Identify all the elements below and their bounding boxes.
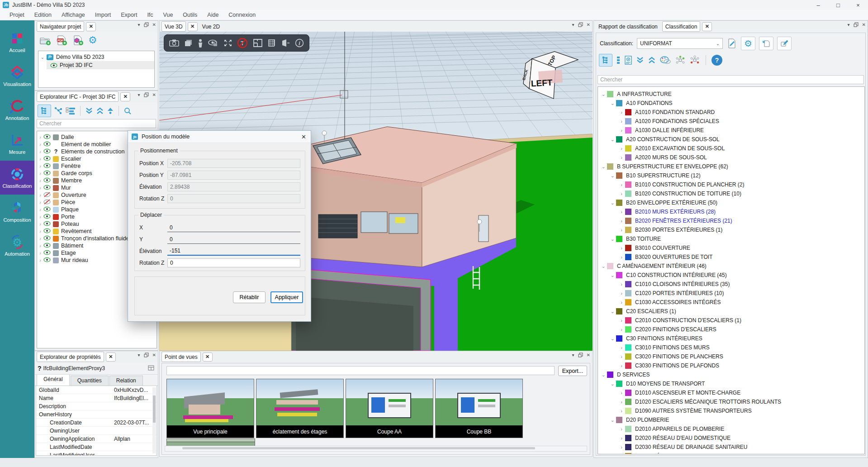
hide-text-icon[interactable]: T	[237, 38, 248, 48]
panel-float-icon[interactable]	[854, 22, 859, 27]
classification-tree-item[interactable]: ⌄C AMÉNAGEMENT INTÉRIEUR (46)	[598, 262, 864, 271]
classification-tree-item[interactable]: ⌄B30 TOITURE	[598, 234, 864, 243]
collapse-all-icon[interactable]	[85, 107, 93, 115]
tab-point-de-vues[interactable]: Point de vues	[161, 352, 201, 362]
chevron-right-icon[interactable]: ›	[618, 155, 625, 160]
tab-explorateur-ifc[interactable]: Explorateur IFC - Projet 3D IFC	[37, 91, 119, 102]
classification-tree-item[interactable]: ›B3020 OUVERTURES DE TOIT	[598, 253, 864, 262]
section-box-icon[interactable]	[267, 38, 276, 48]
panel-float-icon[interactable]	[144, 92, 149, 97]
panel-close-icon[interactable]: ✕	[152, 22, 156, 27]
tab-vue-3d[interactable]: Vue 3D	[161, 21, 186, 32]
eye-hidden-icon[interactable]	[43, 199, 53, 206]
eye-icon[interactable]	[43, 206, 53, 213]
panel-menu-icon[interactable]: ▾	[138, 92, 140, 97]
chevron-right-icon[interactable]: ›	[37, 243, 43, 248]
classification-tree-item[interactable]: ⌄B SUPERSTRUCTURE ET ENVELOPPE (62)	[598, 162, 864, 171]
property-row[interactable]: OwningUser	[36, 427, 157, 435]
chevron-right-icon[interactable]: ›	[618, 191, 625, 196]
classification-tree-item[interactable]: ⌄C20 ESCALIERS (1)	[598, 307, 864, 316]
property-row[interactable]: Description	[36, 402, 157, 410]
properties-scrollbar[interactable]	[152, 387, 156, 453]
eye-icon[interactable]	[43, 141, 53, 148]
dialog-titlebar[interactable]: jb Position du modèle ✕	[128, 131, 311, 143]
tab-close-icon[interactable]: ✕	[86, 22, 96, 31]
x-field[interactable]: 0	[167, 223, 300, 232]
viewpoint-thumbnail[interactable]: Coupe BB	[435, 379, 523, 438]
floorplan-icon[interactable]	[253, 38, 263, 48]
chevron-right-icon[interactable]: ›	[618, 426, 625, 432]
eye-icon[interactable]	[43, 185, 53, 191]
expand-all-icon[interactable]	[96, 107, 104, 115]
sidebar-item-annotation[interactable]: Annotation	[0, 93, 34, 127]
project-root-row[interactable]: ⌄ jb Démo Villa 5D 2023	[38, 53, 154, 61]
classification-tree-item[interactable]: ⌄A10 FONDATIONS	[598, 99, 864, 108]
chevron-right-icon[interactable]: ›	[618, 227, 625, 233]
chevron-right-icon[interactable]: ›	[618, 128, 625, 133]
menu-item-export[interactable]: Export	[116, 12, 142, 18]
chevron-right-icon[interactable]: ›	[618, 281, 625, 287]
chevron-right-icon[interactable]: ›	[618, 146, 625, 151]
panel-float-icon[interactable]	[144, 22, 149, 27]
viewpoint-thumbnail[interactable]: Coupe AA	[346, 379, 433, 438]
chevron-down-icon[interactable]: ⌄	[609, 200, 616, 206]
appliquer-button[interactable]: Appliquer	[270, 291, 303, 303]
chevron-down-icon[interactable]: ⌄	[600, 372, 607, 378]
chevron-right-icon[interactable]: ›	[37, 171, 43, 176]
property-row[interactable]: LastModifiedDate	[36, 443, 157, 451]
chevron-right-icon[interactable]: ›	[618, 435, 625, 441]
classification-scheme-select[interactable]: UNIFORMAT⌄	[637, 38, 723, 49]
collapse-all-icon[interactable]	[636, 56, 644, 64]
chevron-right-icon[interactable]: ›	[618, 327, 625, 332]
élévation-field[interactable]: -151	[167, 247, 300, 256]
panel-menu-icon[interactable]: ▾	[848, 22, 850, 27]
color-palette-eye-icon[interactable]	[659, 56, 671, 65]
sidebar-item-composition[interactable]: Composition	[0, 195, 34, 229]
chevron-right-icon[interactable]: ›	[37, 207, 43, 212]
panel-menu-icon[interactable]: ▾	[138, 353, 140, 357]
classification-tree-item[interactable]: ⌄A INFRASTRUCTURE	[598, 90, 864, 99]
chevron-right-icon[interactable]: ›	[618, 218, 625, 224]
retablir-button[interactable]: Rétablir	[233, 291, 266, 303]
classification-tree-item[interactable]: ⌄C10 CONSTRUCTION INTÉRIEURE (45)	[598, 271, 864, 280]
flat-list-icon[interactable]	[616, 56, 621, 64]
menu-item-vue[interactable]: Vue	[158, 12, 178, 18]
snapshot-camera-icon[interactable]	[169, 39, 179, 47]
panel-close-icon[interactable]: ✕	[152, 92, 156, 97]
ifc-search-input[interactable]	[37, 119, 156, 128]
chevron-right-icon[interactable]: ›	[37, 258, 43, 263]
sidebar-item-automation[interactable]: ⚙Automation	[0, 229, 34, 262]
relation-view-icon[interactable]	[54, 107, 63, 115]
y-field[interactable]: 0	[167, 235, 300, 244]
eye-icon[interactable]	[43, 170, 53, 177]
chevron-right-icon[interactable]: ›	[37, 251, 43, 256]
chevron-down-icon[interactable]: ⌄	[609, 173, 616, 179]
move-up-icon[interactable]	[107, 107, 114, 115]
classification-tree-item[interactable]: ›D2010 APPAREILS DE PLOMBERIE	[598, 424, 864, 434]
classification-search-input[interactable]	[598, 75, 864, 84]
sidebar-item-visualisation[interactable]: Visualisation	[0, 59, 34, 93]
eye-icon[interactable]	[43, 235, 53, 242]
chevron-right-icon[interactable]: ›	[618, 300, 625, 305]
layout-icon[interactable]	[148, 365, 154, 372]
menu-item-import[interactable]: Import	[90, 12, 116, 18]
search-icon[interactable]	[123, 107, 132, 115]
add-model-button[interactable]	[72, 35, 84, 46]
eye-icon[interactable]	[43, 148, 53, 155]
classification-tree-item[interactable]: ⌄D10 MOYENS DE TRANSPORT	[598, 379, 864, 388]
classification-tree-item[interactable]: ›C2010 CONSTRUCTION D'ESCALIERS (1)	[598, 316, 864, 325]
edit-classification-icon[interactable]	[726, 38, 737, 49]
chevron-right-icon[interactable]: ›	[37, 157, 43, 162]
chevron-right-icon[interactable]: ›	[618, 444, 625, 450]
chevron-right-icon[interactable]: ›	[37, 178, 43, 183]
import-classification-icon[interactable]	[759, 37, 773, 50]
classification-tree-item[interactable]: ⌄C30 FINITIONS INTÉRIEURES	[598, 334, 864, 343]
classification-tree-item[interactable]: ›C1020 PORTES INTÉRIEURES (10)	[598, 289, 864, 298]
panel-close-icon[interactable]: ✕	[587, 353, 590, 357]
tab-vue-2d[interactable]: Vue 2D	[199, 22, 223, 31]
property-row[interactable]: CreationDate2022-03-07T...	[36, 419, 157, 427]
panel-close-icon[interactable]: ✕	[587, 22, 590, 27]
report-document-icon[interactable]	[624, 56, 632, 65]
chevron-right-icon[interactable]: ›	[37, 214, 43, 219]
classification-tree-item[interactable]: ›A1020 FONDATIONS SPÉCIALES	[598, 117, 864, 126]
